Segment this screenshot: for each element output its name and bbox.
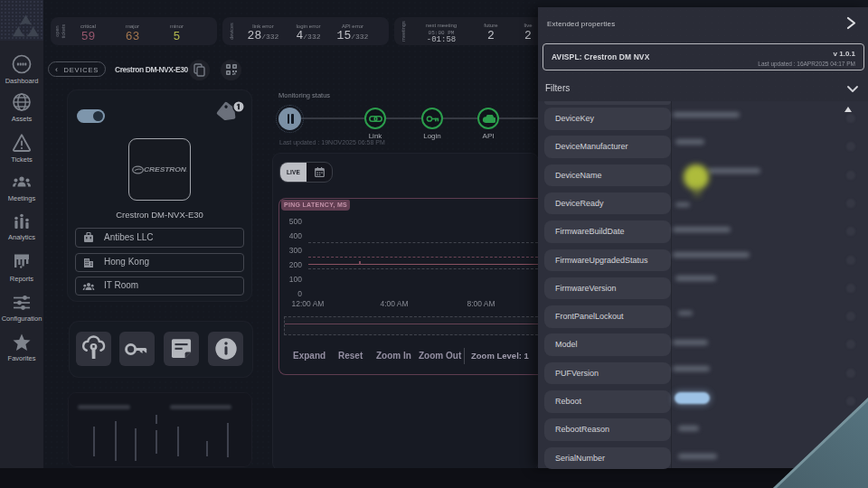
svg-text:LIVE: LIVE	[287, 169, 301, 175]
